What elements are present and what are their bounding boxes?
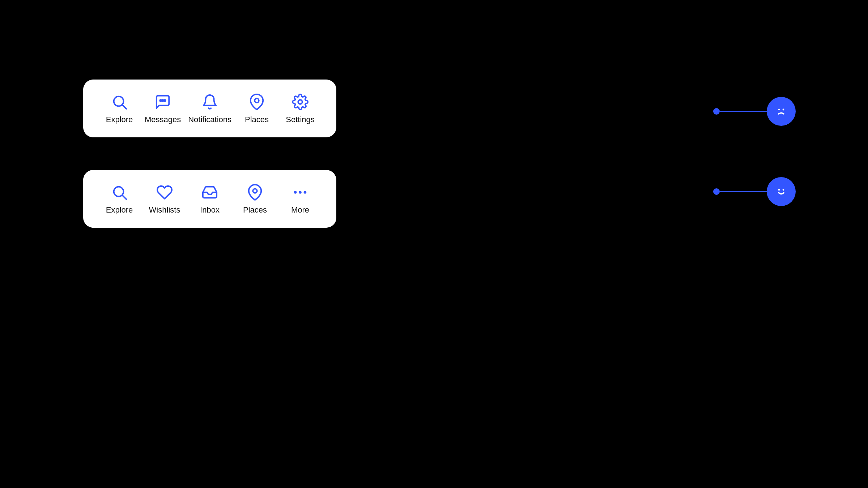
rating-dot-2: [713, 188, 720, 195]
svg-point-13: [773, 103, 789, 119]
svg-point-18: [783, 189, 784, 191]
nav-item-explore-2[interactable]: Explore: [101, 183, 137, 215]
svg-point-4: [164, 100, 166, 101]
nav-label-messages: Messages: [145, 115, 181, 124]
svg-point-14: [778, 109, 780, 111]
nav-label-explore-1: Explore: [106, 115, 133, 124]
inbox-icon: [200, 183, 219, 202]
map-pin-icon-1: [247, 93, 266, 111]
svg-line-8: [123, 196, 127, 200]
nav-item-notifications[interactable]: Notifications: [188, 93, 231, 124]
heart-icon: [155, 183, 174, 202]
rating-dot-1: [713, 108, 720, 115]
dots-icon: [291, 183, 310, 202]
rating-line-2: [720, 191, 767, 192]
gear-icon: [291, 93, 310, 111]
svg-point-11: [299, 191, 302, 194]
svg-point-5: [255, 98, 259, 103]
nav-label-places-2: Places: [243, 205, 267, 215]
svg-point-17: [778, 189, 780, 191]
nav-label-wishlists: Wishlists: [149, 205, 180, 215]
svg-line-1: [123, 105, 127, 109]
rating-line-1: [720, 111, 767, 112]
nav-label-inbox: Inbox: [200, 205, 220, 215]
rating-indicator-2: [713, 177, 796, 206]
search-icon: [110, 93, 129, 111]
svg-point-3: [162, 100, 163, 101]
messages-icon: [153, 93, 172, 111]
nav-label-settings: Settings: [286, 115, 315, 124]
svg-point-9: [253, 189, 257, 193]
map-pin-icon-2: [246, 183, 264, 202]
nav-label-more: More: [291, 205, 309, 215]
nav-label-places-1: Places: [245, 115, 269, 124]
nav-item-settings[interactable]: Settings: [282, 93, 318, 124]
sad-face-circle: [767, 97, 796, 126]
svg-point-10: [294, 191, 297, 194]
bell-icon: [200, 93, 219, 111]
nav-label-explore-2: Explore: [106, 205, 133, 215]
svg-point-15: [783, 109, 784, 111]
nav-bar-1: Explore Messages Notificatio: [83, 80, 336, 137]
happy-face-circle: [767, 177, 796, 206]
nav-item-places-2[interactable]: Places: [237, 183, 273, 215]
svg-point-16: [773, 184, 789, 200]
nav-item-places-1[interactable]: Places: [239, 93, 275, 124]
nav-item-wishlists[interactable]: Wishlists: [146, 183, 183, 215]
svg-point-2: [160, 100, 161, 101]
nav-label-notifications: Notifications: [188, 115, 231, 124]
nav-bar-2: Explore Wishlists Inbox: [83, 170, 336, 228]
svg-point-12: [304, 191, 307, 194]
nav-item-messages[interactable]: Messages: [145, 93, 181, 124]
svg-point-6: [298, 100, 302, 104]
rating-indicator-1: [713, 97, 796, 126]
nav-item-inbox[interactable]: Inbox: [192, 183, 228, 215]
search-icon-2: [110, 183, 129, 202]
nav-item-explore-1[interactable]: Explore: [101, 93, 137, 124]
nav-item-more[interactable]: More: [282, 183, 318, 215]
